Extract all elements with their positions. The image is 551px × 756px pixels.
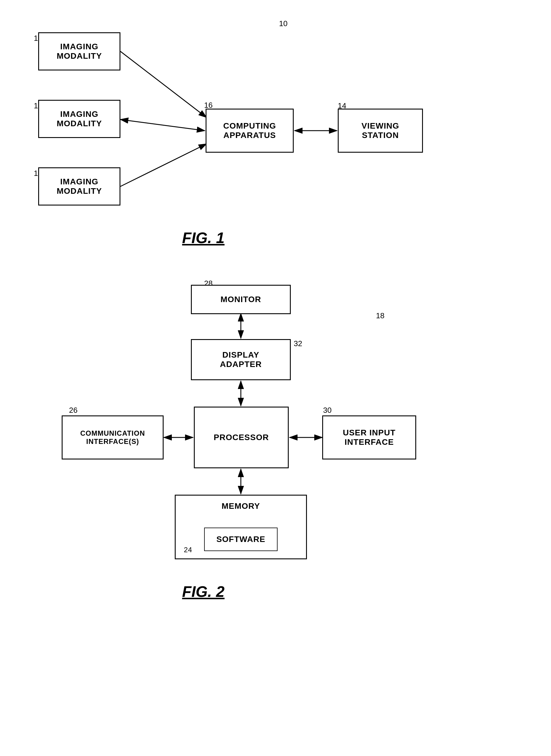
- box-imaging-c: IMAGING MODALITY: [38, 167, 120, 206]
- ref-32: 32: [294, 339, 302, 348]
- processor-label: PROCESSOR: [214, 433, 269, 442]
- box-processor: PROCESSOR: [194, 407, 289, 468]
- ref-30: 30: [323, 406, 332, 415]
- fig2-title: FIG. 2: [182, 583, 224, 600]
- imaging-b-label: IMAGING MODALITY: [57, 110, 102, 128]
- computing-label: COMPUTING APPARATUS: [223, 121, 276, 140]
- user-input-label: USER INPUT INTERFACE: [343, 428, 396, 447]
- imaging-a-label: IMAGING MODALITY: [57, 42, 102, 61]
- ref-18: 18: [376, 311, 385, 320]
- ref-24: 24: [184, 546, 192, 554]
- fig1-title: FIG. 1: [182, 229, 224, 247]
- viewing-label: VIEWING STATION: [362, 121, 399, 140]
- box-viewing: VIEWING STATION: [338, 109, 423, 153]
- ref-26: 26: [69, 406, 77, 415]
- svg-line-4: [120, 51, 206, 117]
- box-user-input: USER INPUT INTERFACE: [322, 415, 416, 459]
- box-imaging-b: IMAGING MODALITY: [38, 100, 120, 138]
- monitor-label: MONITOR: [220, 295, 261, 304]
- display-adapter-label: DISPLAY ADAPTER: [220, 350, 262, 369]
- software-label: SOFTWARE: [216, 535, 265, 544]
- box-software: SOFTWARE: [204, 528, 278, 551]
- svg-line-5: [120, 119, 205, 131]
- comm-interface-label: COMMUNICATION INTERFACE(S): [80, 429, 145, 446]
- box-computing: COMPUTING APPARATUS: [205, 109, 294, 153]
- box-monitor: MONITOR: [191, 285, 291, 314]
- box-comm-interface: COMMUNICATION INTERFACE(S): [62, 415, 163, 459]
- svg-line-6: [120, 144, 206, 186]
- box-display-adapter: DISPLAY ADAPTER: [191, 339, 291, 380]
- box-memory: MEMORY SOFTWARE 24: [175, 495, 307, 559]
- memory-label: MEMORY: [222, 501, 260, 511]
- diagram-container: 10 12a IMAGING MODALITY 12b IMAGING MODA…: [0, 0, 551, 756]
- ref-10: 10: [279, 19, 288, 28]
- box-imaging-a: IMAGING MODALITY: [38, 32, 120, 70]
- imaging-c-label: IMAGING MODALITY: [57, 177, 102, 196]
